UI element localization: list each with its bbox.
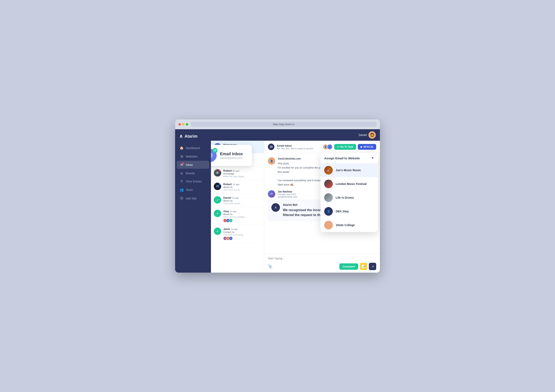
email-preview: The icons are pe [223,189,261,191]
attach-button[interactable]: 📎 [268,264,272,269]
assign-item-joes-music[interactable]: 🎸 Joe's Music Room [321,163,378,177]
email-avatar: R 3 [214,169,221,176]
avatar: 🧔 [368,131,376,139]
email-avatar: ✓ [214,228,221,235]
email-sender: Janis 1d ago [223,228,261,231]
assign-dropdown-title: Assign Email to Website [324,156,360,160]
share-button[interactable]: ↗ [369,263,376,270]
assign-item-name: 1Note College [336,224,355,227]
email-list-item[interactable]: 🌃 16 Robert 1d ago About Us The icons ar… [211,180,264,194]
participant-avatars: 👤 👤 [323,144,333,150]
browser-url: https://app.atarim.io [191,122,377,127]
timer-display: 00:01:21 [364,145,373,148]
email-info: Robert 1d ago About Us The icons are pe [223,183,261,191]
sidebar-item-dashboard[interactable]: 🏠 Dashboard [177,144,209,152]
assign-avatar-london [324,180,333,188]
email-preview: Make the logo bigger... [223,175,261,178]
reply-actions: 📎 Comment 📝 ↗ [268,263,376,270]
email-avatar: ✓ [214,196,221,203]
sidebar-label-boards: Boards [186,172,195,175]
assign-item-london[interactable]: London Music Festival [321,177,378,191]
email-header: 18 Email Inbox Re: Hey Joe, Site is read… [264,141,380,153]
sticky-icon: 📝 [361,265,365,269]
go-to-task-button[interactable]: ↩ Go To Task [334,144,356,150]
avatar-group: A B C [223,219,261,222]
dot-green[interactable] [186,123,188,125]
assign-avatar-drums [324,193,333,202]
email-info: Amy 1d ago About Us Hmm, let's try addin… [223,210,261,222]
email-preview: Hmm, let's try adding... [223,216,261,218]
sidebar-item-websites[interactable]: ⊞ Websites [177,152,209,160]
sidebar: ∧ Atarim 🏠 Dashboard ⊞ Websites ✉ Inbox [175,129,211,273]
content-area: @ 20 Email Inbox Janis@pearl.com H Homep… [211,141,380,273]
email-avatar: 🌃 16 [214,183,221,190]
websites-icon: ⊞ [180,154,184,158]
email-subject: About Us [223,213,261,216]
assign-avatar-joes: 🎸 [324,166,333,174]
email-avatar: ✓ [214,210,221,217]
boards-icon: ◎ [180,171,184,175]
inbox-count: 20 [212,148,218,153]
sidebar-item-boards[interactable]: ◎ Boards [177,169,209,177]
dot-yellow[interactable] [182,123,184,125]
email-sender: Robert 1d ago [223,183,261,186]
sidebar-logo: ∧ Atarim [175,129,211,144]
main-area: Daniel 🧔 @ 20 Email Inbox Janis@pearl.co… [211,129,380,273]
timer-button[interactable]: ▶ 00:01:21 [358,144,376,150]
email-list-item[interactable]: ✓ Amy 1d ago About Us Hmm, let's try add… [211,207,264,225]
guitar-icon: 🎸 [324,166,333,174]
sidebar-item-inbox[interactable]: ✉ Inbox [177,161,209,169]
reply-input[interactable] [268,256,376,261]
email-info: Robert 6h ago Homepage Make the logo big… [223,169,261,178]
email-header-info: Email Inbox Re: Hey Joe, Site is ready t… [277,144,320,150]
email-preview: This works great... [223,202,261,205]
time-icon: ⏱ [180,180,184,183]
email-sender: Daniel 1d ago [223,196,261,199]
sidebar-item-add-site[interactable]: Ⓦ Add Site [177,194,209,203]
browser-window: https://app.atarim.io ∧ Atarim 🏠 Dashboa… [175,119,380,273]
logo-icon: ∧ [179,133,183,139]
assign-item-name: DBX Step [336,210,349,213]
bot-avatar: ∧ [271,203,280,212]
email-header-actions: 👤 👤 ↩ Go To Task ▶ 00:01:21 [323,144,376,150]
bot-name: Atarim Bot [283,203,298,206]
email-preview: The form is missing... [223,233,261,236]
inbox-card: @ 20 Email Inbox Janis@pearl.com [211,145,252,166]
comment-button[interactable]: Comment [339,263,358,270]
team-icon: 👥 [180,188,184,192]
assign-item-dbx[interactable]: 👤 DBX Step [321,205,378,218]
email-list-item[interactable]: ✓ Daniel 1d ago About Us This works grea… [211,194,264,207]
sidebar-item-time-entries[interactable]: ⏱ Time Entries [177,178,209,185]
assign-item-name: Joe's Music Room [336,168,361,172]
sidebar-label-team: Team [186,188,193,191]
drums-icon [324,193,333,202]
assign-dropdown-header: Assign Email to Website ▼ [321,153,378,163]
email-subject: Contact Us [223,231,261,233]
logo-text: Atarim [184,134,197,139]
topbar-user: Daniel 🧔 [359,131,376,139]
reply-area: 📎 Comment 📝 ↗ [264,253,380,273]
sidebar-item-team[interactable]: 👥 Team [177,186,209,194]
assign-avatar-dbx: 👤 [324,207,333,216]
play-icon: ▶ [361,145,363,148]
assign-avatar-1note [324,221,333,229]
dot-red[interactable] [178,123,181,125]
app-container: ∧ Atarim 🏠 Dashboard ⊞ Websites ✉ Inbox [175,129,380,273]
browser-bar: https://app.atarim.io [175,119,380,129]
sticky-note-button[interactable]: 📝 [360,263,367,270]
email-list-item[interactable]: ✓ Janis 1d ago Contact Us The form is mi… [211,225,264,243]
home-icon: 🏠 [180,146,184,150]
inbox-email-address: Janis@pearl.com [220,156,243,160]
dropdown-arrow-icon[interactable]: ▼ [371,156,374,160]
browser-dots [178,123,188,125]
email-info: Janis 1d ago Contact Us The form is miss… [223,228,261,240]
assign-dropdown: Assign Email to Website ▼ 🎸 Joe's Music … [321,153,378,232]
assign-item-1note[interactable]: 1Note College [321,218,378,232]
avatar-group: J D R [223,237,261,240]
email-info: Daniel 1d ago About Us This works great.… [223,196,261,205]
email-sender: Amy 1d ago [223,210,261,213]
email-sender: Robert 6h ago [223,169,261,172]
assign-item-drums[interactable]: Life is Drums [321,191,378,205]
sidebar-label-add-site: Add Site [186,197,197,200]
email-list-item[interactable]: R 3 Robert 6h ago Homepage Make the logo… [211,167,264,180]
